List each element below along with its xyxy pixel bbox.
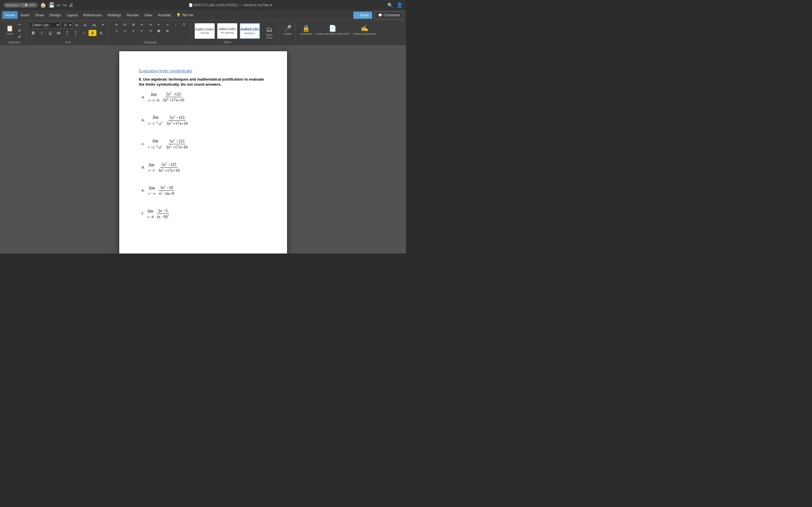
numbering-button[interactable]: ≡1 [121, 22, 129, 27]
sensitivity-button[interactable]: 🔒 Sensitivity [299, 22, 313, 39]
problem-e-lim: lim x→∞ [148, 185, 156, 196]
dictate-button[interactable]: 🎤 Dictate [282, 22, 293, 39]
ribbon-dictate: 🎤 Dictate [280, 22, 296, 44]
menu-acrobat[interactable]: Acrobat [155, 11, 173, 19]
section-heading: Evaluating limits symbolically [139, 68, 267, 74]
style-no-spacing[interactable]: AaBbCcDdEe No Spacing [217, 23, 238, 39]
change-case-button[interactable]: Aa [90, 22, 98, 27]
ribbon-paragraph: ≡• ≡1 ≣ ⇤ ⇥ ⇐ ⇒ ↕ ¶ ≡ ≡ ≡ ≡ ↕≡ ▣ ⊞ Parag… [110, 22, 191, 44]
increase-indent-button[interactable]: ⇥ [146, 22, 154, 27]
cut-button[interactable]: ✂ [15, 22, 23, 27]
request-signatures-button[interactable]: ✍ Request Signatures [352, 22, 377, 39]
comments-icon: 💬 [378, 13, 382, 17]
problem-d: d. lim x→5 5x2 −125 3x2 +17x+10 [139, 162, 267, 173]
autosave-state: OFF [29, 3, 36, 7]
menu-layout[interactable]: Layout [64, 11, 80, 19]
bold-button[interactable]: B [29, 30, 37, 36]
home-icon[interactable]: 🏠 [40, 2, 46, 8]
undo-icon[interactable]: ↩ [57, 3, 61, 8]
align-left-icon: ≡ [116, 29, 117, 33]
problem-b-expr: b. lim x→(−1/3)+ 5x2 −125 3x2 +17x+10 [142, 114, 267, 127]
save-icon[interactable]: 💾 [49, 2, 55, 8]
decrease-font-button[interactable]: A↓ [82, 22, 90, 27]
justify-button[interactable]: ≡ [138, 28, 146, 33]
doc-title: MAT271-Lab2-Limits-FA20(1) [194, 3, 238, 7]
problem-f: f. lim x→8 2x −5 (x −8)2 [139, 208, 267, 220]
font-color-button[interactable]: A [80, 30, 88, 36]
rtl-button[interactable]: ⇒ [163, 22, 171, 27]
search-icon[interactable]: 🔍 [388, 3, 393, 8]
ribbon-clipboard: 📋 Paste ✂ ⧉ 🖌 Clipboard [2, 22, 26, 44]
align-right-icon: ≡ [133, 29, 134, 33]
align-right-button[interactable]: ≡ [130, 28, 137, 33]
problem-c: c. lim x→(−2/3)− 5x2 −125 3x2 +17x+10 [139, 138, 267, 151]
autosave-toggle[interactable] [20, 3, 28, 7]
decrease-indent-icon: ⇤ [141, 23, 143, 26]
problem-b-fraction: 5x2 −125 3x2 +17x+10 [165, 115, 189, 126]
increase-font-button[interactable]: A↑ [73, 22, 81, 27]
profile-icon[interactable]: 👤 [396, 2, 403, 8]
saved-status: — Saved to my Mac ▾ [239, 3, 272, 7]
clear-format-button[interactable]: ✦ [99, 22, 107, 27]
font-size-selector[interactable]: 16 [61, 22, 73, 28]
paste-button[interactable]: 📋 Paste [4, 22, 15, 39]
menu-references[interactable]: References [80, 11, 105, 19]
menu-draw[interactable]: Draw [33, 11, 47, 19]
align-left-button[interactable]: ≡ [112, 28, 120, 33]
menu-review[interactable]: Review [124, 11, 142, 19]
redo-icon[interactable]: ↪ [63, 3, 66, 8]
sort-button[interactable]: ↕ [172, 22, 180, 27]
share-button[interactable]: ↑ Share [353, 11, 372, 19]
font-selector-row: Calibri Ligh... 16 A↑ A↓ Aa ✦ [29, 22, 107, 28]
signature-icon: ✍ [361, 25, 368, 32]
ltr-button[interactable]: ⇐ [155, 22, 163, 27]
pilcrow-icon: ¶ [183, 23, 185, 26]
copy-button[interactable]: ⧉ [15, 28, 23, 33]
problem-a: a. lim x→(−5) 5x2 −125 3x2 +17x+10 [139, 91, 267, 103]
decrease-indent-button[interactable]: ⇤ [138, 22, 146, 27]
ribbon-styles: AaBbCcDdEe Normal AaBbCcDdEe No Spacing … [192, 22, 279, 44]
text-effects-button[interactable]: A [97, 30, 105, 36]
underline-button[interactable]: U [46, 30, 54, 36]
ltr-icon: ⇐ [158, 23, 160, 26]
comments-button[interactable]: 💬 Comments [374, 11, 404, 19]
pdf-icon: 📄 [329, 25, 336, 32]
autosave-badge[interactable]: AutoSave OFF [3, 3, 38, 8]
problem-c-lim: lim x→(−2/3)− [148, 138, 163, 151]
problem-b-label: b. [142, 118, 145, 123]
justify-icon: ≡ [141, 29, 143, 33]
title-bar: AutoSave OFF 🏠 💾 ↩ ↪ 🖨 📄 MAT271-Lab2-Lim… [0, 0, 406, 10]
format-painter-icon: 🖌 [18, 35, 21, 38]
style-normal[interactable]: AaBbCcDdEe Normal [195, 23, 215, 39]
problem-a-fraction: 5x2 −125 3x2 +17x+10 [161, 91, 185, 103]
menu-tell-me[interactable]: 💡 Tell me [173, 11, 196, 19]
superscript-button[interactable]: x2 [71, 29, 80, 37]
pilcrow-button[interactable]: ¶ [180, 22, 188, 27]
create-share-pdf-button[interactable]: 📄 Create and Share Adobe PDF [314, 22, 351, 39]
style-heading1[interactable]: AaBbCcDc Heading 1 [240, 23, 260, 39]
menu-design[interactable]: Design [47, 11, 64, 19]
menu-mailings[interactable]: Mailings [105, 11, 124, 19]
main-area: Evaluating limits symbolically 8. Use al… [0, 46, 406, 253]
autosave-label: AutoSave [6, 3, 19, 7]
menu-home[interactable]: Home [2, 11, 18, 19]
bullets-button[interactable]: ≡• [112, 22, 120, 27]
problem-intro: 8. Use algebraic techniques and mathemat… [139, 77, 267, 87]
line-spacing-button[interactable]: ↕≡ [146, 28, 154, 33]
multilevel-button[interactable]: ≣ [130, 22, 137, 27]
print-icon[interactable]: 🖨 [69, 3, 73, 8]
borders-button[interactable]: ⊞ [163, 28, 171, 34]
menu-insert[interactable]: Insert [18, 11, 33, 19]
shading-button[interactable]: ▣ [155, 28, 163, 34]
strikethrough-button[interactable]: ab [55, 30, 63, 36]
align-center-button[interactable]: ≡ [121, 28, 129, 33]
styles-pane-button[interactable]: 🗂 Styles Pane [262, 23, 276, 43]
subscript-button[interactable]: x2 [63, 29, 71, 37]
problem-b-lim: lim x→(−1/3)+ [148, 114, 163, 127]
highlight-button[interactable]: A [89, 30, 96, 36]
lightbulb-icon: 💡 [176, 13, 181, 17]
format-painter-button[interactable]: 🖌 [15, 34, 23, 39]
italic-button[interactable]: I [38, 30, 46, 36]
font-name-selector[interactable]: Calibri Ligh... [29, 22, 60, 28]
menu-view[interactable]: View [142, 11, 155, 19]
